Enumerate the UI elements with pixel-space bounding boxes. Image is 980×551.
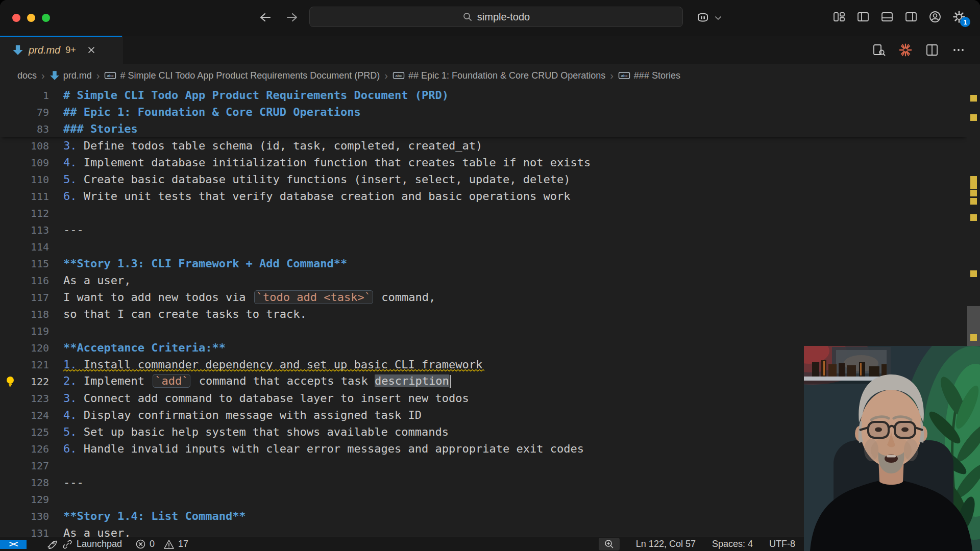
- symbol-string-icon: abc: [618, 71, 630, 80]
- text-segment: Define todos table schema (id, task, com…: [77, 139, 483, 152]
- problems-item[interactable]: 0 17: [135, 539, 188, 550]
- editor-line-111[interactable]: 1116. Write unit tests that verify datab…: [0, 188, 980, 205]
- tab-bar: prd.md 9+: [0, 36, 980, 64]
- titlebar: simple-todo: [0, 0, 980, 36]
- text-segment: Display confirmation message with assign…: [77, 409, 422, 421]
- breadcrumb-item[interactable]: abc### Stories: [618, 70, 680, 81]
- line-number: 123: [0, 392, 49, 405]
- breadcrumb-separator-icon: ›: [610, 70, 614, 82]
- editor-actions: [871, 42, 967, 58]
- svg-text:abc: abc: [396, 73, 402, 78]
- zoom-window-button[interactable]: [42, 14, 50, 22]
- copilot-menu[interactable]: [694, 9, 722, 27]
- line-number: 112: [0, 207, 49, 219]
- text-segment: so that I can create tasks to track.: [63, 308, 307, 320]
- indentation-setting[interactable]: Spaces: 4: [712, 539, 753, 549]
- open-preview-side-icon[interactable]: [871, 42, 887, 58]
- remote-indicator[interactable]: ><: [0, 540, 27, 549]
- text-segment: **Acceptance Criteria:**: [63, 341, 226, 354]
- chevron-down-icon: [715, 15, 722, 20]
- toggle-secondary-sidebar-icon[interactable]: [903, 9, 919, 24]
- line-number: 127: [0, 460, 49, 472]
- minimize-window-button[interactable]: [27, 14, 35, 22]
- line-content: I want to add new todos via `todo add <t…: [63, 291, 435, 304]
- editor-line-113[interactable]: 113---: [0, 221, 980, 238]
- sticky-line-1[interactable]: 1# Simple CLI Todo App Product Requireme…: [0, 87, 967, 104]
- line-content: ---: [63, 476, 84, 489]
- close-window-button[interactable]: [12, 14, 20, 22]
- editor-line-108[interactable]: 1083. Define todos table schema (id, tas…: [0, 137, 980, 154]
- toggle-primary-sidebar-icon[interactable]: [855, 9, 871, 24]
- extension-starburst-icon[interactable]: [897, 42, 914, 58]
- toggle-panel-icon[interactable]: [879, 9, 895, 24]
- line-content: ---: [63, 223, 84, 236]
- editor-line-116[interactable]: 116As a user,: [0, 272, 980, 289]
- copilot-icon: [694, 9, 712, 27]
- line-content: 6. Handle invalid inputs with clear erro…: [63, 442, 584, 455]
- editor-line-112[interactable]: 112: [0, 205, 980, 221]
- text-segment: Write unit tests that verify database cr…: [77, 190, 571, 203]
- text-segment: 4.: [63, 156, 77, 169]
- titlebar-actions: 1: [831, 9, 967, 24]
- breadcrumb: docs›prd.md›abc# Simple CLI Todo App Pro…: [0, 64, 980, 87]
- line-content: **Story 1.3: CLI Framework + Add Command…: [63, 257, 347, 270]
- editor-line-110[interactable]: 1105. Create basic database utility func…: [0, 171, 980, 188]
- split-editor-icon[interactable]: [924, 42, 940, 58]
- line-number: 114: [0, 241, 49, 253]
- forward-arrow-icon[interactable]: [284, 10, 300, 25]
- settings-gear-icon[interactable]: 1: [951, 9, 967, 24]
- line-content: 4. Implement database initialization fun…: [63, 156, 591, 169]
- presenter-illustration: [804, 346, 980, 551]
- line-number: 108: [0, 140, 49, 152]
- sticky-line-79[interactable]: 79## Epic 1: Foundation & Core CRUD Oper…: [0, 104, 967, 120]
- link-icon: [62, 539, 73, 550]
- editor-line-118[interactable]: 118so that I can create tasks to track.: [0, 306, 980, 322]
- editor-line-119[interactable]: 119: [0, 322, 980, 339]
- editor-line-114[interactable]: 114: [0, 238, 980, 255]
- editor-line-115[interactable]: 115**Story 1.3: CLI Framework + Add Comm…: [0, 255, 980, 272]
- text-segment: ---: [63, 476, 84, 489]
- account-icon[interactable]: [927, 9, 943, 24]
- text-segment: **Story 1.3: CLI Framework + Add Command…: [63, 257, 347, 270]
- breadcrumb-item[interactable]: abc## Epic 1: Foundation & Core CRUD Ope…: [393, 70, 605, 81]
- editor-line-117[interactable]: 117I want to add new todos via `todo add…: [0, 289, 980, 306]
- line-number: 117: [0, 291, 49, 304]
- line-content: **Story 1.4: List Command**: [63, 510, 246, 522]
- line-number: 131: [0, 527, 49, 537]
- text-segment: 3.: [63, 139, 77, 152]
- text-segment: command,: [375, 291, 435, 304]
- search-icon: [462, 12, 473, 22]
- editor-line-109[interactable]: 1094. Implement database initialization …: [0, 154, 980, 171]
- zoom-indicator-icon[interactable]: [599, 538, 620, 550]
- breadcrumb-item[interactable]: abc# Simple CLI Todo App Product Require…: [104, 70, 380, 81]
- breadcrumb-separator-icon: ›: [384, 70, 388, 82]
- ruler-warning-marker: [970, 270, 977, 277]
- line-content: # Simple CLI Todo App Product Requiremen…: [63, 89, 449, 102]
- back-arrow-icon[interactable]: [258, 10, 273, 25]
- line-number: 79: [0, 106, 49, 118]
- text-segment: ## Epic 1: Foundation & Core CRUD Operat…: [63, 106, 361, 118]
- breadcrumb-item[interactable]: prd.md: [50, 70, 92, 81]
- line-number: 115: [0, 258, 49, 270]
- breadcrumb-item[interactable]: docs: [17, 70, 37, 81]
- tab-close-icon[interactable]: [85, 44, 97, 56]
- more-actions-icon[interactable]: [950, 42, 967, 58]
- history-navigation: [258, 10, 300, 25]
- line-number: 83: [0, 123, 49, 135]
- tab-prd-md[interactable]: prd.md 9+: [0, 36, 122, 64]
- ruler-warning-marker: [970, 95, 977, 102]
- command-center-search[interactable]: simple-todo: [309, 7, 683, 27]
- breadcrumb-label: docs: [17, 70, 37, 81]
- line-number: 110: [0, 173, 49, 186]
- encoding-setting[interactable]: UTF-8: [769, 539, 795, 549]
- breadcrumb-separator-icon: ›: [41, 70, 45, 82]
- sticky-line-83[interactable]: 83### Stories: [0, 120, 967, 137]
- markdown-file-icon: [12, 44, 23, 56]
- line-number: 125: [0, 426, 49, 438]
- lightbulb-icon[interactable]: [4, 375, 16, 388]
- error-icon: [135, 539, 146, 549]
- text-segment: # Simple CLI Todo App Product Requiremen…: [63, 89, 449, 102]
- launchpad-item[interactable]: Launchpad: [46, 538, 122, 550]
- customize-layout-icon[interactable]: [831, 9, 847, 24]
- cursor-position[interactable]: Ln 122, Col 57: [636, 539, 696, 549]
